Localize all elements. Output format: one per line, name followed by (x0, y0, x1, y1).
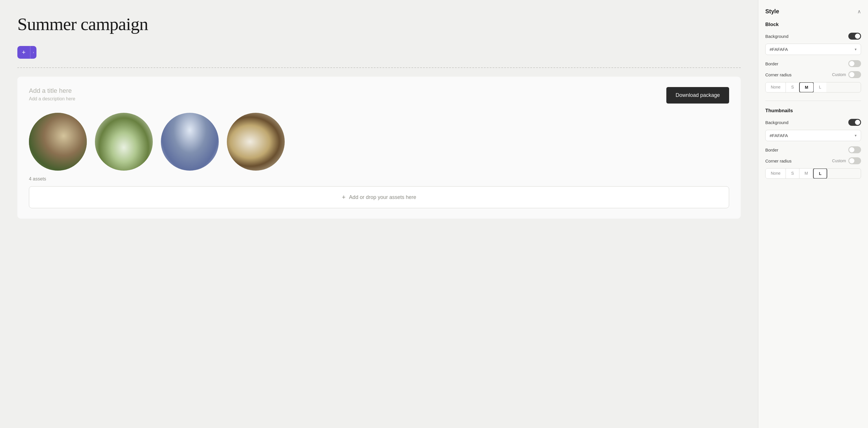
thumbnail-1[interactable] (29, 113, 87, 171)
thumbnail-2[interactable] (95, 113, 153, 171)
thumb-bg-color-picker[interactable]: #FAFAFA ▾ (765, 130, 861, 141)
content-text-area: Add a title here Add a description here (29, 87, 75, 101)
thumb-corner-l[interactable]: L (813, 168, 827, 179)
thumb-corner-s[interactable]: S (786, 169, 799, 178)
block-border-label: Border (765, 61, 778, 66)
sidebar-divider (765, 101, 861, 101)
drop-plus-icon: + (342, 194, 346, 201)
thumb-border-label: Border (765, 147, 778, 153)
block-background-row: Background (765, 33, 861, 40)
add-block-arrow-icon[interactable]: › (30, 46, 36, 59)
thumb-corner-radius-label: Corner radius (765, 159, 792, 163)
thumb-corner-m[interactable]: M (799, 169, 814, 178)
section-divider (18, 67, 741, 68)
assets-count: 4 assets (29, 176, 729, 182)
thumb-bg-color-chevron-icon: ▾ (855, 133, 857, 138)
thumb-custom-toggle-row: Custom (832, 157, 861, 164)
add-block-plus-icon[interactable]: + (18, 46, 30, 59)
thumb-custom-toggle[interactable] (848, 157, 861, 164)
block-background-label: Background (765, 34, 788, 39)
thumb-corner-none[interactable]: None (766, 169, 786, 178)
chevron-up-icon[interactable]: ∧ (857, 8, 861, 15)
thumb-background-toggle[interactable] (848, 119, 861, 126)
description-placeholder[interactable]: Add a description here (29, 96, 75, 101)
thumb-border-row: Border (765, 146, 861, 153)
thumbnail-4[interactable] (227, 113, 285, 171)
drop-zone-text: Add or drop your assets here (349, 194, 416, 200)
thumbnails-grid (29, 113, 729, 171)
block-corner-s[interactable]: S (786, 83, 799, 92)
style-sidebar: Style ∧ Block Background #FAFAFA ▾ Borde… (758, 0, 868, 428)
page-title: Summer campaign (18, 14, 741, 34)
drop-zone[interactable]: + Add or drop your assets here (29, 186, 729, 208)
main-canvas: Summer campaign + › Add a title here Add… (0, 0, 758, 428)
block-custom-toggle-row: Custom (832, 71, 861, 78)
block-corner-l[interactable]: L (814, 83, 826, 92)
thumb-background-row: Background (765, 119, 861, 126)
thumb-background-label: Background (765, 120, 788, 125)
block-bg-color-value: #FAFAFA (770, 47, 788, 52)
block-corner-radius-label: Corner radius (765, 72, 792, 77)
thumb-border-toggle[interactable] (848, 146, 861, 153)
add-block-button[interactable]: + › (18, 46, 36, 59)
thumb-bg-color-value: #FAFAFA (770, 133, 788, 138)
block-border-toggle[interactable] (848, 60, 861, 67)
block-corner-options: None S M L (765, 82, 861, 93)
block-background-toggle[interactable] (848, 33, 861, 40)
block-border-row: Border (765, 60, 861, 67)
thumbnail-3[interactable] (161, 113, 219, 171)
block-corner-radius-row: Corner radius Custom (765, 71, 861, 78)
thumbnails-group-title: Thumbnails (765, 108, 861, 114)
block-corner-m[interactable]: M (799, 82, 814, 93)
block-corner-none[interactable]: None (766, 83, 786, 92)
block-custom-toggle[interactable] (848, 71, 861, 78)
thumb-corner-radius-row: Corner radius Custom (765, 157, 861, 164)
block-group-title: Block (765, 22, 861, 28)
title-placeholder[interactable]: Add a title here (29, 87, 75, 95)
content-header: Add a title here Add a description here … (29, 87, 729, 103)
sidebar-section-title: Style (765, 8, 779, 15)
sidebar-section-header: Style ∧ (765, 8, 861, 15)
block-bg-color-chevron-icon: ▾ (855, 47, 857, 52)
block-custom-label: Custom (832, 72, 846, 77)
block-bg-color-picker[interactable]: #FAFAFA ▾ (765, 44, 861, 55)
thumb-corner-options: None S M L (765, 168, 861, 179)
download-package-button[interactable]: Download package (666, 87, 729, 103)
thumb-custom-label: Custom (832, 159, 846, 163)
content-block: Add a title here Add a description here … (18, 77, 741, 219)
